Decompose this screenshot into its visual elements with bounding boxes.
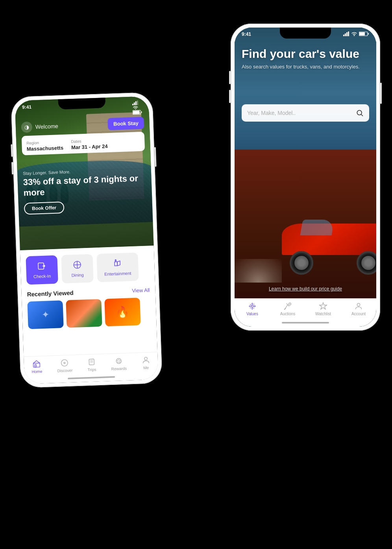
car-power-button[interactable] <box>380 83 382 104</box>
svg-rect-2 <box>135 101 137 105</box>
car-tab-values[interactable]: Values <box>240 302 264 316</box>
wifi-icon <box>132 105 139 110</box>
discover-icon <box>60 359 69 368</box>
svg-rect-24 <box>348 31 349 36</box>
trips-icon <box>87 357 96 366</box>
watchlist-icon <box>319 302 327 311</box>
tab-discover-label: Discover <box>57 368 72 373</box>
car-vol-up-button[interactable] <box>229 71 231 84</box>
car-tab-watchlist-label: Watchlist <box>315 312 331 316</box>
home-indicator-2 <box>282 322 329 323</box>
svg-rect-28 <box>359 32 365 35</box>
region-label: Region <box>26 140 39 145</box>
svg-rect-13 <box>35 364 37 367</box>
dates-value: Mar 31 - Apr 24 <box>71 143 108 150</box>
tab-home[interactable]: Home <box>31 359 43 374</box>
book-stay-button[interactable]: Book Stay <box>108 117 144 130</box>
car-tab-auctions-label: Auctions <box>280 312 295 316</box>
car-tab-account[interactable]: Account <box>347 302 370 316</box>
car-tab-watchlist[interactable]: Watchlist <box>311 302 335 316</box>
car-tab-auctions[interactable]: Auctions <box>276 302 300 316</box>
rv-image-2[interactable] <box>66 299 102 328</box>
hotel-hero: 9:41 <box>15 96 154 250</box>
view-all-link[interactable]: View All <box>132 287 150 294</box>
status-time: 9:41 <box>22 104 32 110</box>
tab-discover[interactable]: Discover <box>57 358 72 373</box>
svg-rect-22 <box>345 33 346 36</box>
tab-trips[interactable]: Trips <box>87 357 96 372</box>
welcome-text: Welcome <box>35 123 59 130</box>
svg-point-15 <box>64 362 65 364</box>
dining-icon <box>72 260 82 270</box>
svg-rect-3 <box>137 100 138 105</box>
status-icons <box>132 100 142 115</box>
svg-line-10 <box>74 265 81 265</box>
tab-me[interactable]: Me <box>141 356 150 370</box>
rv-image-1[interactable] <box>27 300 63 329</box>
region-field: Region Massachusetts <box>26 138 63 152</box>
scene: 9:41 <box>0 0 392 549</box>
svg-rect-0 <box>132 104 133 105</box>
hotel-promo: Stay Longer. Save More. 33% off a stay o… <box>23 166 153 214</box>
tab-me-label: Me <box>143 366 149 370</box>
region-value: Massachusetts <box>27 145 64 152</box>
car-search-placeholder: Year, Make, Model.. <box>247 110 296 116</box>
svg-rect-27 <box>368 33 369 35</box>
car-headline: Find your car's value Also search values… <box>242 47 369 70</box>
car-battery-icon <box>359 31 369 36</box>
car-status-time: 9:41 <box>242 31 251 37</box>
power-button[interactable] <box>154 147 157 167</box>
me-icon <box>141 356 150 365</box>
account-icon <box>354 302 363 311</box>
svg-point-20 <box>144 357 148 360</box>
rv-image-3[interactable] <box>104 298 141 326</box>
category-checkin[interactable]: Check-In <box>26 255 58 285</box>
hotel-tab-bar: Home Discover <box>24 352 158 384</box>
promo-big-text: 33% off a stay of 3 nights or more <box>23 173 152 198</box>
car-app-screen: 9:41 <box>235 28 376 327</box>
checkin-icon <box>37 261 47 271</box>
phone-car: 9:41 <box>231 24 380 331</box>
svg-point-14 <box>61 360 68 366</box>
tab-trips-label: Trips <box>87 367 96 372</box>
vol-down-button[interactable] <box>11 162 13 174</box>
auctions-icon <box>283 302 292 311</box>
welcome-icon: ◑ <box>21 121 32 133</box>
rewards-icon <box>114 357 123 366</box>
home-icon <box>32 359 41 368</box>
car-wifi-icon <box>351 31 357 36</box>
car-app: 9:41 <box>235 28 376 327</box>
notch <box>58 98 105 109</box>
svg-rect-5 <box>141 111 142 113</box>
phone-hotel: 9:41 <box>11 92 163 388</box>
svg-line-30 <box>361 115 363 116</box>
hotel-app-screen: 9:41 <box>15 96 159 384</box>
entertainment-label: Entertainment <box>104 271 131 276</box>
book-offer-button[interactable]: Book Offer <box>24 201 65 215</box>
hotel-categories: Check-In Dining <box>20 246 155 291</box>
dining-label: Dining <box>71 272 84 277</box>
car-status-icons <box>343 31 369 36</box>
car-signal-icon <box>343 31 349 36</box>
car-vol-down-button[interactable] <box>229 90 231 103</box>
recently-viewed-title: Recently Viewed <box>27 289 74 298</box>
recently-viewed-images <box>22 297 156 329</box>
dates-field: Dates Mar 31 - Apr 24 <box>71 136 108 150</box>
tab-rewards[interactable]: Rewards <box>111 357 127 371</box>
car-search-icon[interactable] <box>356 109 364 117</box>
car-hero: 9:41 <box>235 28 376 298</box>
svg-point-34 <box>357 303 360 306</box>
price-guide-link[interactable]: Learn how we build our price guide <box>269 286 342 292</box>
car-headline-h1: Find your car's value <box>242 47 369 60</box>
car-search-box[interactable]: Year, Make, Model.. <box>242 104 369 122</box>
vol-up-button[interactable] <box>11 144 13 157</box>
entertainment-icon <box>113 259 122 268</box>
svg-point-25 <box>354 35 355 36</box>
car-tab-account-label: Account <box>351 312 366 316</box>
svg-rect-12 <box>33 363 40 367</box>
category-entertainment[interactable]: Entertainment <box>96 252 139 282</box>
hotel-app: 9:41 <box>15 96 159 384</box>
car-headline-p: Also search values for trucks, vans, and… <box>242 63 369 70</box>
category-dining[interactable]: Dining <box>61 254 93 283</box>
tab-rewards-label: Rewards <box>111 366 127 371</box>
